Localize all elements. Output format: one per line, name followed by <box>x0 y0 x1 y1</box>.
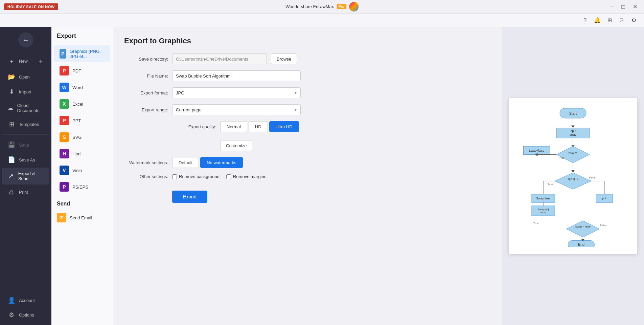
cloud-icon: ☁ <box>7 104 14 112</box>
customize-button[interactable]: Customize <box>220 140 252 151</box>
holiday-sale-button[interactable]: HOLIDAY SALE ON NOW <box>4 3 58 10</box>
save-directory-input[interactable] <box>172 53 267 64</box>
format-item-word[interactable]: W Word <box>54 79 110 95</box>
notification-icon[interactable]: 🔔 <box>593 16 602 25</box>
browse-button[interactable]: Browse <box>271 53 297 64</box>
send-email-item[interactable]: ✉ Send Email <box>57 210 108 226</box>
send-email-label: Send Email <box>70 215 92 220</box>
sidebar-item-import[interactable]: ⬇ Import <box>2 85 49 99</box>
format-item-svg[interactable]: S SVG <box>54 129 110 145</box>
save-directory-row: Save directory: Browse <box>124 53 491 64</box>
svg-text:j++: j++ <box>602 197 606 200</box>
excel-icon: X <box>60 99 69 109</box>
watermark-row: Watermark settings: Default No watermark… <box>124 157 491 168</box>
sidebar-bottom: 👤 Account ⚙ Options <box>0 290 51 322</box>
quality-normal-button[interactable]: Normal <box>220 121 247 132</box>
quality-hd-button[interactable]: HD <box>249 121 268 132</box>
format-label-svg: SVG <box>72 135 82 140</box>
format-item-visio[interactable]: V Visio <box>54 162 110 178</box>
remove-margins-label[interactable]: Remove margins <box>226 174 266 179</box>
format-item-html[interactable]: H Html <box>54 146 110 162</box>
export-range-select[interactable]: Current page All pages Selected shapes <box>172 104 301 115</box>
remove-bg-label[interactable]: Remove background <box>172 174 220 179</box>
export-title: Export to Graphics <box>124 37 491 45</box>
sidebar-item-cloud[interactable]: ☁ Cloud Documents <box>2 100 49 116</box>
quality-ultrahd-button[interactable]: Ultra HD <box>269 121 299 132</box>
remove-bg-checkbox[interactable] <box>172 174 177 179</box>
word-icon: W <box>60 83 69 92</box>
format-label-visio: Visio <box>72 168 82 173</box>
email-icon: ✉ <box>57 213 66 222</box>
help-icon[interactable]: ? <box>580 16 590 25</box>
format-item-ps[interactable]: P PS/EPS <box>54 179 110 195</box>
sidebar-item-print[interactable]: 🖨 Print <box>2 185 49 199</box>
sidebar-item-new[interactable]: ＋ New ＋ <box>2 53 49 69</box>
save-directory-label: Save directory: <box>124 57 168 62</box>
watermark-none-button[interactable]: No watermarks <box>200 157 243 168</box>
watermark-default-button[interactable]: Default <box>172 157 199 168</box>
remove-margins-text: Remove margins <box>233 174 266 179</box>
import-icon: ⬇ <box>7 88 16 95</box>
apps-icon[interactable]: ⊞ <box>605 16 614 25</box>
sidebar-item-saveas[interactable]: 📄 Save As <box>2 153 49 167</box>
sidebar-label-account: Account <box>19 298 35 303</box>
maximize-button[interactable]: ◻ <box>618 3 628 11</box>
format-label-graphics: Graphics (PNG, JPG et... <box>70 49 105 59</box>
main-layout: ← ＋ New ＋ 📂 Open ⬇ Import ☁ Cloud Docume… <box>0 27 644 325</box>
sidebar-item-account[interactable]: 👤 Account <box>2 293 49 307</box>
file-name-input[interactable] <box>172 70 301 81</box>
visio-icon: V <box>60 166 69 175</box>
app-name: Wondershare EdrawMax <box>285 4 334 9</box>
svg-text:i=0&i<n: i=0&i<n <box>569 151 577 154</box>
minimize-button[interactable]: ─ <box>607 3 616 11</box>
remove-margins-checkbox[interactable] <box>226 174 231 179</box>
avatar <box>349 2 359 12</box>
export-format-row: Export format: JPG PNG BMP GIF TIFF SVG … <box>124 87 491 98</box>
new-icon: ＋ <box>7 57 16 65</box>
preview-area: Start Input array Swap=false i=0&i<n <box>502 27 644 325</box>
sidebar-item-templates[interactable]: ⊞ Templates <box>2 117 49 131</box>
sidebar-item-open[interactable]: 📂 Open <box>2 70 49 84</box>
export-button[interactable]: Export <box>172 191 207 203</box>
svg-text:Start: Start <box>569 111 577 115</box>
sidebar-item-options[interactable]: ⚙ Options <box>2 308 49 322</box>
sidebar-item-save[interactable]: 💾 Save <box>2 138 49 152</box>
export-range-wrapper: Current page All pages Selected shapes ▼ <box>172 104 301 115</box>
export-range-label: Export range: <box>124 107 168 112</box>
title-bar-right: ─ ◻ ✕ <box>607 3 640 11</box>
svg-text:a[i-1]: a[i-1] <box>540 211 546 214</box>
open-icon: 📂 <box>7 73 16 81</box>
share-icon[interactable]: ⎘ <box>617 16 626 25</box>
sidebar-item-export[interactable]: ↗ Export & Send <box>2 168 49 185</box>
graphics-icon: P <box>60 49 66 59</box>
sidebar-item-label: New <box>19 59 28 64</box>
back-button[interactable]: ← <box>18 32 33 47</box>
html-icon: H <box>60 149 69 158</box>
svg-text:array: array <box>570 133 577 136</box>
title-bar: HOLIDAY SALE ON NOW Wondershare EdrawMax… <box>0 0 644 14</box>
sidebar-label-import: Import <box>19 89 31 94</box>
format-item-graphics[interactable]: P Graphics (PNG, JPG et... <box>54 45 110 62</box>
flowchart-preview: Start Input array Swap=false i=0&i<n <box>515 105 630 247</box>
other-settings-label: Other settings: <box>124 174 168 179</box>
export-format-select[interactable]: JPG PNG BMP GIF TIFF SVG <box>172 87 301 98</box>
format-label-ppt: PPT <box>72 118 81 123</box>
left-sidebar: ← ＋ New ＋ 📂 Open ⬇ Import ☁ Cloud Docume… <box>0 27 51 325</box>
top-toolbar: ? 🔔 ⊞ ⎘ ⚙ <box>0 14 644 27</box>
format-item-pdf[interactable]: P PDF <box>54 63 110 79</box>
save-icon: 💾 <box>7 141 16 149</box>
export-section-title: Export <box>51 32 113 45</box>
format-item-excel[interactable]: X Excel <box>54 96 110 112</box>
title-bar-left: HOLIDAY SALE ON NOW <box>4 3 58 10</box>
svg-text:True: True <box>548 183 553 186</box>
file-name-row: File Name: <box>124 70 491 81</box>
svg-text:Input: Input <box>570 129 576 133</box>
close-button[interactable]: ✕ <box>630 3 640 11</box>
export-format-wrapper: JPG PNG BMP GIF TIFF SVG ▼ <box>172 87 301 98</box>
sidebar-label-options: Options <box>19 312 34 318</box>
svg-marker-3 <box>571 126 575 128</box>
settings-icon[interactable]: ⚙ <box>629 16 639 25</box>
svg-text:End: End <box>578 242 584 246</box>
svg-icon: S <box>60 132 69 142</box>
format-item-ppt[interactable]: P PPT <box>54 112 110 129</box>
